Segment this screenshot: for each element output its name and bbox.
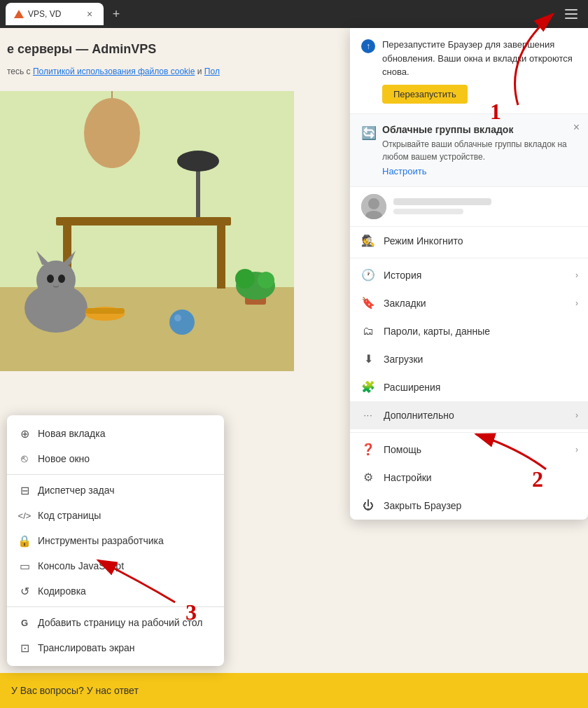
- menu-item-passwords[interactable]: 🗂 Пароли, карты, данные: [350, 317, 588, 345]
- tab-bar: VPS, VD × +: [6, 3, 556, 25]
- svg-point-7: [84, 98, 140, 168]
- profile-info: [393, 198, 491, 214]
- tab-favicon: [14, 9, 24, 19]
- ctx-dev-tools[interactable]: 🔒 Инструменты разработчика: [7, 528, 224, 553]
- more-icon: ···: [361, 408, 375, 422]
- update-icon: ↑: [361, 39, 375, 53]
- menu-item-history[interactable]: 🕐 История ›: [350, 261, 588, 289]
- page-title: е серверы — AdminVPS: [7, 42, 156, 57]
- update-content: Перезапустите Браузер для завершения обн…: [382, 38, 577, 104]
- burger-line-2: [565, 13, 578, 15]
- help-chevron-icon: ›: [575, 445, 578, 454]
- active-tab[interactable]: VPS, VD ×: [6, 3, 104, 25]
- svg-rect-16: [85, 308, 125, 314]
- profile-avatar: [361, 194, 386, 219]
- ctx-new-tab[interactable]: ⊕ Новая вкладка: [7, 421, 224, 446]
- menu-item-downloads[interactable]: ⬇ Загрузки: [350, 345, 588, 373]
- downloads-icon: ⬇: [361, 352, 375, 366]
- update-arrow-icon: ↑: [366, 41, 370, 51]
- tab-close-button[interactable]: ×: [84, 8, 95, 20]
- quit-icon: ⏻: [361, 499, 375, 513]
- menu-item-bookmarks[interactable]: 🔖 Закладки ›: [350, 289, 588, 317]
- update-text: Перезапустите Браузер для завершения обн…: [382, 38, 577, 79]
- profile-name-placeholder: [393, 198, 491, 205]
- menu-label-more: Дополнительно: [384, 410, 454, 421]
- ctx-view-source-label: Код страницы: [38, 510, 101, 521]
- cloud-description: Открывайте ваши облачные группы вкладок …: [382, 138, 577, 163]
- view-source-icon: </>: [18, 509, 31, 522]
- ctx-js-console-label: Консоль JavaScript: [38, 560, 124, 571]
- new-tab-button[interactable]: +: [106, 4, 126, 24]
- ctx-task-manager-label: Диспетчер задач: [38, 485, 115, 496]
- burger-line-1: [565, 9, 578, 11]
- menu-item-extensions[interactable]: 🧩 Расширения: [350, 373, 588, 401]
- menu-item-settings[interactable]: ⚙ Настройки: [350, 464, 588, 492]
- svg-point-24: [368, 198, 379, 209]
- ctx-task-manager[interactable]: ⊟ Диспетчер задач: [7, 478, 224, 503]
- cloud-tabs-notice: 🔄 Облачные группы вкладок Открывайте ваш…: [350, 114, 588, 187]
- menu-label-bookmarks: Закладки: [384, 298, 426, 309]
- menu-separator-1: [350, 258, 588, 258]
- bookmarks-icon: 🔖: [361, 296, 375, 310]
- menu-item-quit[interactable]: ⏻ Закрыть Браузер: [350, 492, 588, 520]
- menu-separator-2: [350, 432, 588, 433]
- cloud-sync-icon: 🔄: [361, 125, 375, 139]
- svg-point-13: [47, 275, 54, 283]
- bottom-text: У Вас вопросы? У нас ответ: [11, 685, 139, 696]
- tab-label: VPS, VD: [28, 9, 61, 19]
- menu-label-quit: Закрыть Браузер: [384, 500, 461, 511]
- profile-email-placeholder: [393, 209, 463, 214]
- restart-button[interactable]: Перезапустить: [382, 85, 468, 104]
- ctx-separator-1: [7, 474, 224, 475]
- task-manager-icon: ⊟: [18, 484, 31, 497]
- context-menu: ⊕ Новая вкладка ⎋ Новое окно ⊟ Диспетчер…: [7, 415, 224, 666]
- menu-label-settings: Настройки: [384, 472, 432, 483]
- more-chevron-icon: ›: [575, 410, 578, 420]
- ctx-js-console[interactable]: ▭ Консоль JavaScript: [7, 553, 224, 578]
- ctx-new-window-label: Новое окно: [38, 453, 90, 464]
- menu-label-extensions: Расширения: [384, 382, 440, 393]
- dev-tools-icon: 🔒: [18, 534, 31, 547]
- ctx-encoding-label: Кодировка: [38, 585, 86, 597]
- svg-point-6: [177, 151, 219, 172]
- new-window-icon: ⎋: [18, 452, 31, 465]
- passwords-icon: 🗂: [361, 324, 375, 338]
- new-tab-icon: ⊕: [18, 427, 31, 440]
- svg-point-10: [36, 261, 76, 300]
- update-notice: ↑ Перезапустите Браузер для завершения о…: [350, 28, 588, 114]
- profile-section[interactable]: [350, 187, 588, 227]
- help-icon: ❓: [361, 443, 375, 457]
- cloud-close-button[interactable]: ×: [573, 121, 580, 134]
- menu-label-passwords: Пароли, карты, данные: [384, 326, 490, 337]
- cloud-content: Облачные группы вкладок Открывайте ваши …: [382, 124, 577, 176]
- cloud-setup-link[interactable]: Настроить: [382, 166, 577, 176]
- history-icon: 🕐: [361, 268, 375, 282]
- page-illustration: [0, 91, 294, 371]
- ctx-new-window[interactable]: ⎋ Новое окно: [7, 446, 224, 471]
- browser-menu-button[interactable]: [560, 3, 582, 25]
- ctx-encoding[interactable]: ↺ Кодировка: [7, 578, 224, 604]
- menu-label-incognito: Режим Инкогнито: [384, 235, 463, 247]
- cookie-link-1[interactable]: Политикой использования файлов cookie: [33, 67, 195, 76]
- ctx-dev-tools-label: Инструменты разработчика: [38, 535, 164, 546]
- incognito-icon: 🕵: [361, 234, 375, 248]
- settings-icon: ⚙: [361, 471, 375, 485]
- menu-item-more[interactable]: ··· Дополнительно ›: [350, 401, 588, 429]
- svg-rect-2: [56, 217, 231, 225]
- ctx-cast[interactable]: ⊡ Транслировать экран: [7, 635, 224, 660]
- menu-item-incognito[interactable]: 🕵 Режим Инкогнито: [350, 227, 588, 255]
- ctx-view-source[interactable]: </> Код страницы: [7, 503, 224, 528]
- burger-line-3: [565, 18, 578, 19]
- cast-icon: ⊡: [18, 641, 31, 654]
- browser-chrome: VPS, VD × +: [0, 0, 588, 28]
- svg-point-17: [169, 310, 195, 335]
- cookie-link-2[interactable]: Пол: [204, 67, 220, 76]
- ctx-add-desktop-label: Добавить страницу на рабочий стол: [38, 617, 202, 628]
- ctx-cast-label: Транслировать экран: [38, 642, 135, 653]
- svg-point-14: [58, 275, 65, 283]
- menu-item-help[interactable]: ❓ Помощь ›: [350, 436, 588, 464]
- extensions-icon: 🧩: [361, 380, 375, 394]
- ctx-new-tab-label: Новая вкладка: [38, 428, 106, 439]
- add-desktop-icon: G: [18, 616, 31, 629]
- ctx-add-desktop[interactable]: G Добавить страницу на рабочий стол: [7, 610, 224, 635]
